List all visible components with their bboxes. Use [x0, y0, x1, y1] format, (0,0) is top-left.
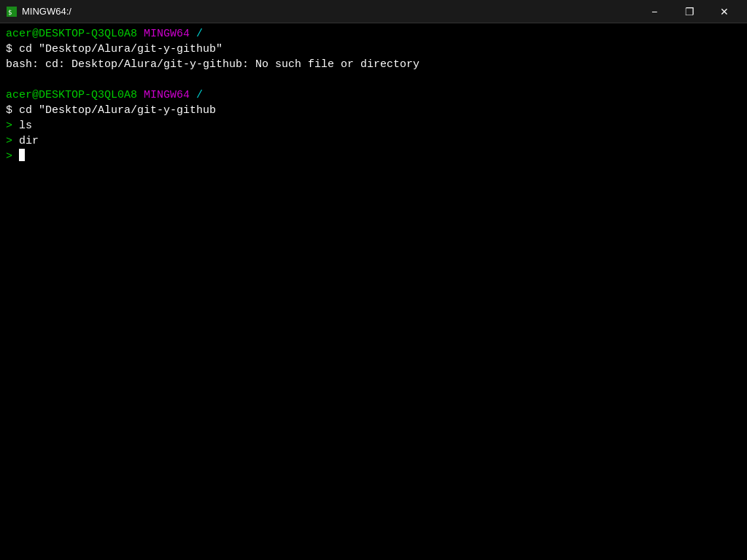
restore-button[interactable]: ❐ — [673, 1, 706, 23]
terminal-line-8: > dir — [6, 133, 741, 149]
cmd-2: cd "Desktop/Alura/git-y-github — [19, 103, 216, 118]
close-button[interactable]: ✕ — [708, 1, 741, 23]
terminal-line-9: > — [6, 149, 741, 164]
cont-prompt-2: > — [6, 133, 19, 149]
prompt-shell-1: MINGW64 — [137, 26, 190, 42]
cont-cmd-1: ls — [19, 118, 32, 133]
window-title: MINGW64:/ — [22, 6, 71, 17]
dollar-2: $ — [6, 103, 19, 118]
title-bar-left: $ MINGW64:/ — [6, 6, 71, 18]
prompt-path-2: / — [190, 88, 203, 103]
svg-text:$: $ — [8, 9, 12, 16]
terminal-line-6: $ cd "Desktop/Alura/git-y-github — [6, 103, 741, 118]
cont-prompt-3: > — [6, 149, 19, 164]
cmd-1: cd "Desktop/Alura/git-y-github" — [19, 42, 222, 57]
error-text-1: bash: cd: Desktop/Alura/git-y-github: No… — [6, 57, 419, 72]
cont-cmd-2: dir — [19, 133, 39, 149]
terminal-line-7: > ls — [6, 118, 741, 133]
terminal-body[interactable]: acer@DESKTOP-Q3QL0A8 MINGW64 / $ cd "Des… — [0, 23, 747, 560]
terminal-blank-1 — [6, 72, 741, 88]
minimize-button[interactable]: − — [638, 1, 671, 23]
prompt-user-2: acer@DESKTOP-Q3QL0A8 — [6, 88, 137, 103]
terminal-line-3: bash: cd: Desktop/Alura/git-y-github: No… — [6, 57, 741, 72]
title-bar: $ MINGW64:/ − ❐ ✕ — [0, 0, 747, 23]
terminal-line-1: acer@DESKTOP-Q3QL0A8 MINGW64 / — [6, 26, 741, 42]
dollar-1: $ — [6, 42, 19, 57]
prompt-path-1: / — [190, 26, 203, 42]
window-controls: − ❐ ✕ — [638, 1, 741, 23]
terminal-line-2: $ cd "Desktop/Alura/git-y-github" — [6, 42, 741, 57]
prompt-shell-2: MINGW64 — [137, 88, 190, 103]
cont-prompt-1: > — [6, 118, 19, 133]
cursor — [19, 149, 25, 161]
terminal-icon: $ — [6, 6, 18, 18]
terminal-line-5: acer@DESKTOP-Q3QL0A8 MINGW64 / — [6, 88, 741, 103]
prompt-user-1: acer@DESKTOP-Q3QL0A8 — [6, 26, 137, 42]
